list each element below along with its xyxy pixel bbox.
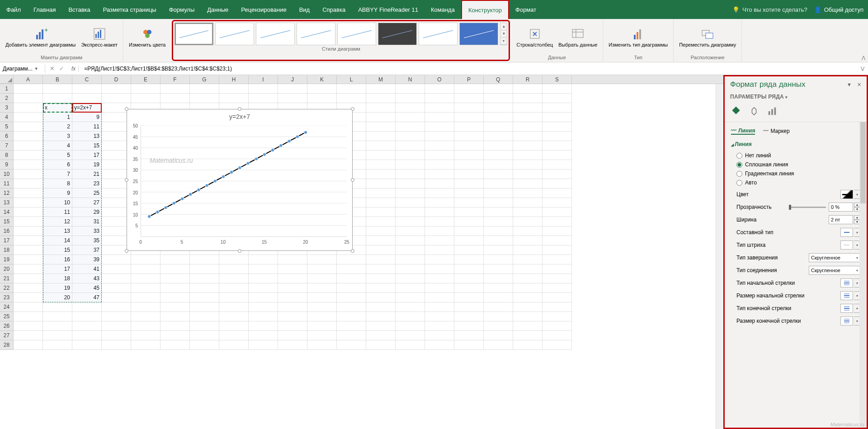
dash-type-picker[interactable]: ▾ bbox=[840, 240, 860, 250]
scroll-down-icon[interactable]: ▼ bbox=[500, 30, 507, 38]
cell-A28[interactable] bbox=[14, 340, 43, 350]
cell-S11[interactable] bbox=[542, 179, 572, 189]
marker-tab[interactable]: 〰Маркер bbox=[763, 127, 789, 135]
cell-Q7[interactable] bbox=[484, 141, 513, 151]
cell-J2[interactable] bbox=[278, 94, 307, 103]
cell-K27[interactable] bbox=[307, 331, 337, 340]
cell-P12[interactable] bbox=[454, 189, 484, 198]
cell-C1[interactable] bbox=[72, 84, 102, 94]
cell-N7[interactable] bbox=[396, 141, 425, 151]
cell-Q25[interactable] bbox=[484, 312, 513, 321]
cell-J25[interactable] bbox=[278, 312, 307, 321]
col-header-S[interactable]: S bbox=[542, 75, 572, 84]
cell-I25[interactable] bbox=[249, 312, 278, 321]
col-header-P[interactable]: P bbox=[454, 75, 484, 84]
cell-H27[interactable] bbox=[219, 331, 249, 340]
row-header-10[interactable]: 10 bbox=[0, 170, 14, 179]
cell-B21[interactable]: 18 bbox=[43, 274, 72, 283]
cell-M4[interactable] bbox=[366, 113, 396, 122]
cell-M17[interactable] bbox=[366, 236, 396, 245]
cell-O28[interactable] bbox=[425, 340, 454, 350]
cell-R18[interactable] bbox=[513, 245, 542, 255]
cell-Q11[interactable] bbox=[484, 179, 513, 189]
cell-C23[interactable]: 47 bbox=[72, 293, 102, 302]
cell-O25[interactable] bbox=[425, 312, 454, 321]
cell-P15[interactable] bbox=[454, 217, 484, 226]
effects-tab-icon[interactable] bbox=[748, 105, 760, 117]
cell-R20[interactable] bbox=[513, 264, 542, 274]
col-header-E[interactable]: E bbox=[131, 75, 160, 84]
cell-R4[interactable] bbox=[513, 113, 542, 122]
cell-G28[interactable] bbox=[190, 340, 219, 350]
cell-R12[interactable] bbox=[513, 189, 542, 198]
cell-K1[interactable] bbox=[307, 84, 337, 94]
cell-B2[interactable] bbox=[43, 94, 72, 103]
cell-Q14[interactable] bbox=[484, 207, 513, 217]
cell-C9[interactable]: 19 bbox=[72, 160, 102, 170]
cell-P27[interactable] bbox=[454, 331, 484, 340]
cell-H1[interactable] bbox=[219, 84, 249, 94]
cell-B6[interactable]: 3 bbox=[43, 132, 72, 141]
cell-A16[interactable] bbox=[14, 226, 43, 236]
cell-C26[interactable] bbox=[72, 321, 102, 331]
cell-A10[interactable] bbox=[14, 170, 43, 179]
cell-C6[interactable]: 13 bbox=[72, 132, 102, 141]
cell-F22[interactable] bbox=[160, 283, 190, 293]
row-header-5[interactable]: 5 bbox=[0, 122, 14, 132]
cell-G27[interactable] bbox=[190, 331, 219, 340]
cell-K23[interactable] bbox=[307, 293, 337, 302]
cell-M28[interactable] bbox=[366, 340, 396, 350]
cell-Q3[interactable] bbox=[484, 103, 513, 113]
cell-R22[interactable] bbox=[513, 283, 542, 293]
cell-J20[interactable] bbox=[278, 264, 307, 274]
cell-Q19[interactable] bbox=[484, 255, 513, 264]
close-pane-icon[interactable]: ✕ bbox=[857, 82, 861, 88]
format-pane-subtitle[interactable]: Параметры ряда bbox=[725, 93, 867, 104]
cell-P13[interactable] bbox=[454, 198, 484, 207]
cell-O2[interactable] bbox=[425, 94, 454, 103]
cell-E26[interactable] bbox=[131, 321, 160, 331]
cell-Q2[interactable] bbox=[484, 94, 513, 103]
line-tab[interactable]: 〰Линия bbox=[731, 127, 755, 135]
cell-F24[interactable] bbox=[160, 302, 190, 312]
cell-K25[interactable] bbox=[307, 312, 337, 321]
cell-P20[interactable] bbox=[454, 264, 484, 274]
cell-M22[interactable] bbox=[366, 283, 396, 293]
cell-A13[interactable] bbox=[14, 198, 43, 207]
cell-S23[interactable] bbox=[542, 293, 572, 302]
cell-M15[interactable] bbox=[366, 217, 396, 226]
cell-O24[interactable] bbox=[425, 302, 454, 312]
cell-O21[interactable] bbox=[425, 274, 454, 283]
cell-C28[interactable] bbox=[72, 340, 102, 350]
cell-Q12[interactable] bbox=[484, 189, 513, 198]
cell-H25[interactable] bbox=[219, 312, 249, 321]
cell-R5[interactable] bbox=[513, 122, 542, 132]
cell-L21[interactable] bbox=[337, 274, 366, 283]
cell-A15[interactable] bbox=[14, 217, 43, 226]
cell-R10[interactable] bbox=[513, 170, 542, 179]
cell-H24[interactable] bbox=[219, 302, 249, 312]
cell-N12[interactable] bbox=[396, 189, 425, 198]
cell-H28[interactable] bbox=[219, 340, 249, 350]
cell-A20[interactable] bbox=[14, 264, 43, 274]
cell-A22[interactable] bbox=[14, 283, 43, 293]
cell-R16[interactable] bbox=[513, 226, 542, 236]
cell-N5[interactable] bbox=[396, 122, 425, 132]
cell-F23[interactable] bbox=[160, 293, 190, 302]
format-pane-scrollbar[interactable] bbox=[859, 122, 867, 428]
cell-O15[interactable] bbox=[425, 217, 454, 226]
cell-E22[interactable] bbox=[131, 283, 160, 293]
cell-R23[interactable] bbox=[513, 293, 542, 302]
cell-M12[interactable] bbox=[366, 189, 396, 198]
cell-G20[interactable] bbox=[190, 264, 219, 274]
change-colors-button[interactable]: Изменить цвета bbox=[127, 26, 167, 49]
cell-N11[interactable] bbox=[396, 179, 425, 189]
chart-style-4[interactable] bbox=[297, 23, 335, 45]
cell-D22[interactable] bbox=[102, 283, 131, 293]
cell-H22[interactable] bbox=[219, 283, 249, 293]
cell-N10[interactable] bbox=[396, 170, 425, 179]
chart-style-6[interactable] bbox=[378, 23, 417, 45]
cell-M20[interactable] bbox=[366, 264, 396, 274]
cell-B10[interactable]: 7 bbox=[43, 170, 72, 179]
cell-A3[interactable] bbox=[14, 103, 43, 113]
